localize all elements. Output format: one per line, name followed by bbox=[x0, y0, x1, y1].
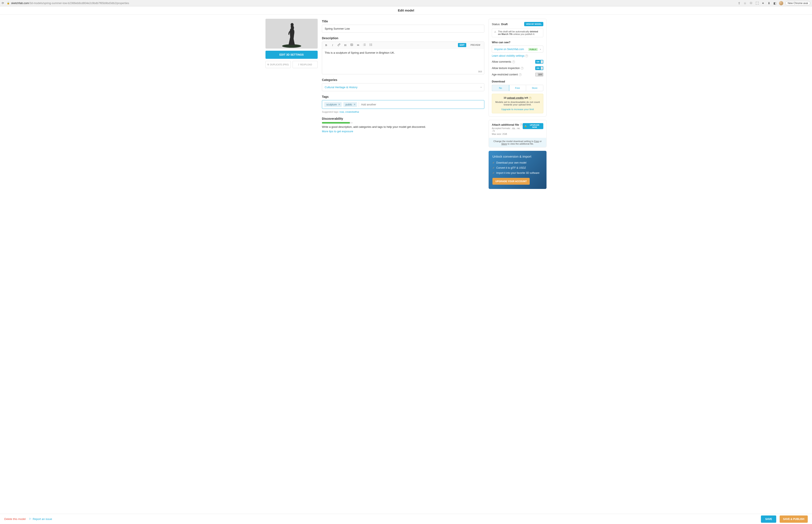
browser-actions: ⇧ ☆ ⦾ ⛶ ✦ ⬇ ◧ New Chrome avai bbox=[737, 1, 810, 5]
upgrade-limit-link[interactable]: Upgrade to increase your limit bbox=[494, 108, 541, 111]
svg-rect-11 bbox=[370, 44, 372, 44]
age-restricted-label: Age-restricted content? bbox=[492, 73, 522, 76]
download-heading: Download bbox=[492, 80, 543, 83]
allow-texture-label: Allow texture inspection? bbox=[492, 67, 524, 70]
extension-icon-1[interactable]: ⦾ bbox=[749, 1, 753, 5]
download-tab-free[interactable]: Free bbox=[509, 85, 526, 91]
upgrade-account-button[interactable]: UPGRADE YOUR ACCOUNT bbox=[492, 178, 530, 185]
browser-chrome: ⟳ 🔒 sketchfab.com/3d-models/spring-summe… bbox=[0, 0, 812, 6]
help-icon: ? bbox=[525, 54, 528, 57]
svg-point-12 bbox=[370, 44, 370, 45]
title-label: Title bbox=[322, 20, 484, 23]
download-tab-store[interactable]: Store bbox=[526, 85, 543, 91]
duplicate-icon: ⧉ bbox=[267, 63, 269, 66]
download-icon[interactable]: ⬇ bbox=[767, 1, 771, 5]
discoverability-meter bbox=[322, 122, 353, 124]
draft-warning: ⚠ This draft will be automatically delet… bbox=[492, 28, 543, 37]
age-restricted-toggle[interactable]: OFF bbox=[535, 72, 543, 77]
attach-title: Attach additional file? bbox=[492, 123, 523, 126]
url-bar[interactable]: sketchfab.com/3d-models/spring-summer-lo… bbox=[11, 1, 735, 5]
svg-point-14 bbox=[370, 45, 370, 46]
help-icon[interactable]: ? bbox=[519, 73, 522, 76]
editor-edit-tab[interactable]: EDIT bbox=[458, 43, 466, 47]
attach-file-card: Attach additional file? Accepted formats… bbox=[489, 120, 546, 147]
page-title: Edit model bbox=[0, 6, 812, 15]
svg-point-10 bbox=[370, 44, 370, 44]
model-thumbnail[interactable] bbox=[266, 19, 318, 49]
tag-chip: public✕ bbox=[343, 102, 357, 107]
promo-title: Unlock conversion & import bbox=[492, 154, 543, 158]
status-label: Status: Draft bbox=[492, 22, 508, 26]
share-icon[interactable]: ⇧ bbox=[737, 1, 741, 5]
upload-icon: ⤴ bbox=[298, 64, 299, 66]
image-button[interactable] bbox=[350, 43, 354, 47]
lock-icon: 🔒 bbox=[524, 125, 527, 127]
svg-point-1 bbox=[291, 23, 293, 27]
suggested-tags: Suggested tags: noai, createdwithai bbox=[322, 111, 484, 113]
italic-button[interactable]: I bbox=[331, 44, 335, 47]
check-icon: ✓ bbox=[492, 171, 494, 175]
check-icon: ✓ bbox=[492, 166, 494, 169]
promo-item: ✓Convert it to glTF & USDZ bbox=[492, 166, 543, 169]
visibility-heading: Who can see? bbox=[492, 41, 543, 44]
remove-tag-icon[interactable]: ✕ bbox=[338, 103, 340, 106]
description-editor: B I H 66 123 EDIT PREVIEW bbox=[322, 42, 484, 74]
editor-preview-tab[interactable]: PREVIEW bbox=[469, 43, 482, 47]
extension-icon-2[interactable]: ⛶ bbox=[755, 1, 759, 5]
visibility-select[interactable]: Anyone on Sketchfab.com PUBLIC ▾ bbox=[492, 46, 543, 53]
heading-button[interactable]: H bbox=[343, 44, 347, 47]
duplicate-button[interactable]: ⧉ DUPLICATE (PRO) bbox=[266, 61, 291, 68]
new-chrome-pill[interactable]: New Chrome avai bbox=[785, 1, 810, 5]
panel-icon[interactable]: ◧ bbox=[773, 1, 777, 5]
allow-comments-label: Allow comments? bbox=[492, 60, 515, 63]
download-tabs: No Free Store bbox=[492, 85, 543, 91]
tags-label: Tags bbox=[322, 95, 484, 98]
edit-3d-settings-button[interactable]: EDIT 3D SETTINGS bbox=[266, 51, 318, 59]
help-icon[interactable]: ? bbox=[520, 123, 523, 126]
discoverability-label: Discoverability bbox=[322, 117, 484, 120]
help-icon[interactable]: ? bbox=[512, 61, 515, 63]
ordered-list-button[interactable]: 123 bbox=[362, 43, 367, 47]
link-button[interactable] bbox=[337, 43, 341, 47]
description-label: Description bbox=[322, 36, 484, 40]
download-tab-no[interactable]: No bbox=[492, 85, 509, 91]
categories-select[interactable]: Cultural Heritage & History ▾ bbox=[322, 83, 484, 91]
allow-comments-toggle[interactable]: ON bbox=[535, 60, 543, 64]
svg-rect-9 bbox=[364, 45, 366, 46]
svg-text:3: 3 bbox=[363, 45, 363, 46]
tag-chip: sculpture✕ bbox=[324, 102, 342, 107]
check-icon: ✓ bbox=[492, 161, 494, 164]
svg-point-3 bbox=[351, 44, 352, 45]
suggested-tags-link[interactable]: noai, createdwithai bbox=[340, 111, 359, 113]
help-icon[interactable]: ? bbox=[529, 97, 531, 99]
refresh-icon[interactable]: ⟳ bbox=[2, 1, 5, 5]
svg-rect-5 bbox=[364, 44, 366, 44]
allow-texture-toggle[interactable]: ON bbox=[535, 66, 543, 70]
upgrade-promo-card: Unlock conversion & import ✓Download you… bbox=[489, 151, 546, 189]
tag-text-input[interactable] bbox=[359, 102, 482, 107]
description-textarea[interactable]: This is a sculpture of Spring and Summer… bbox=[322, 49, 484, 74]
extensions-icon[interactable]: ✦ bbox=[761, 1, 765, 5]
remove-tag-icon[interactable]: ✕ bbox=[353, 103, 356, 106]
upgrade-now-button[interactable]: 🔒UPGRADE NOW bbox=[523, 123, 543, 129]
statue-preview bbox=[280, 20, 303, 48]
attach-max: Max size: 2GB bbox=[492, 133, 523, 135]
title-input[interactable] bbox=[322, 25, 484, 33]
attach-formats: Accepted formats: .zip, .rar, .7z bbox=[492, 127, 523, 132]
unordered-list-button[interactable] bbox=[369, 43, 373, 47]
discoverability-text: Write a good description, add categories… bbox=[322, 125, 484, 128]
promo-item: ✓Import it into your favorite 3D softwar… bbox=[492, 171, 543, 175]
warning-icon: ⚠ bbox=[494, 31, 496, 33]
profile-avatar[interactable] bbox=[779, 1, 783, 5]
more-tips-link[interactable]: More tips to get exposure bbox=[322, 130, 353, 133]
char-count: 968 bbox=[478, 70, 482, 73]
tags-input-box[interactable]: sculpture✕ public✕ bbox=[322, 100, 484, 109]
bold-button[interactable]: B bbox=[324, 44, 328, 47]
learn-visibility-link[interactable]: Learn about visibility settings ? bbox=[492, 54, 528, 57]
help-icon[interactable]: ? bbox=[521, 67, 524, 70]
bookmark-icon[interactable]: ☆ bbox=[743, 1, 747, 5]
view-model-button[interactable]: VIEW MY MODEL bbox=[524, 22, 543, 26]
caret-down-icon: ▾ bbox=[480, 86, 481, 88]
quote-button[interactable]: 66 bbox=[356, 44, 360, 46]
reupload-button[interactable]: ⤴ REUPLOAD bbox=[292, 61, 318, 68]
